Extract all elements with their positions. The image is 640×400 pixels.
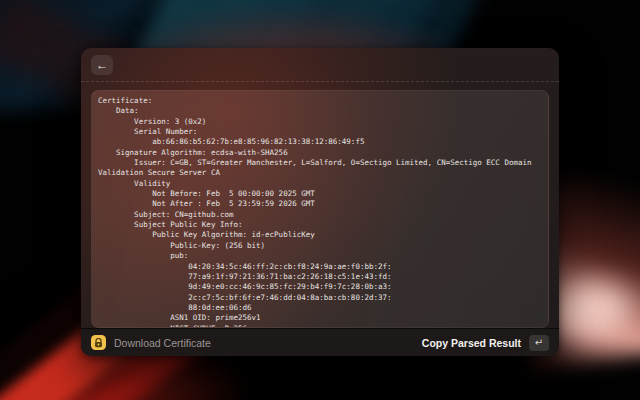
download-certificate-label: Download Certificate — [114, 337, 211, 349]
desktop: ← Certificate: Data: Version: 3 (0x2) Se… — [0, 0, 640, 400]
copy-parsed-result-label: Copy Parsed Result — [422, 337, 521, 349]
return-icon: ↵ — [535, 337, 543, 348]
certificate-panel[interactable]: Certificate: Data: Version: 3 (0x2) Seri… — [91, 90, 549, 328]
certificate-viewer-window: ← Certificate: Data: Version: 3 (0x2) Se… — [81, 48, 559, 356]
certificate-text: Certificate: Data: Version: 3 (0x2) Seri… — [92, 91, 548, 328]
download-certificate-action[interactable]: Download Certificate — [91, 335, 211, 350]
window-header: ← — [81, 48, 559, 82]
bg-red-glow-core — [553, 283, 631, 335]
copy-parsed-result-action[interactable]: Copy Parsed Result ↵ — [422, 335, 549, 351]
back-button[interactable]: ← — [91, 55, 113, 75]
lock-icon — [91, 335, 106, 350]
back-arrow-icon: ← — [96, 59, 108, 71]
enter-key-hint: ↵ — [529, 335, 549, 351]
action-bar: Download Certificate Copy Parsed Result … — [81, 328, 559, 356]
